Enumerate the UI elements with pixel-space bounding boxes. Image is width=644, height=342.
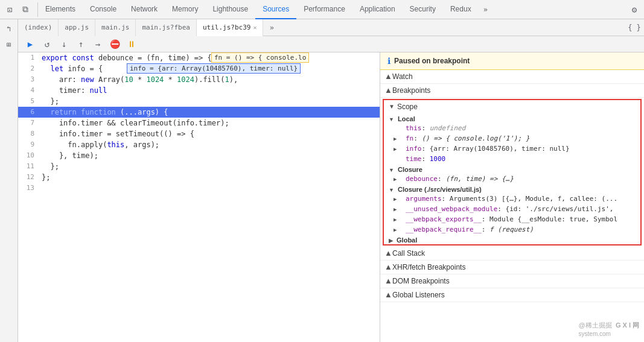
code-line-7: 7 info.timer && clearTimeout(info.timer)… — [18, 118, 380, 128]
tab-network[interactable]: Network — [124, 0, 165, 19]
global-listeners-triangle: ▶ — [384, 293, 391, 297]
tab-security[interactable]: Security — [403, 0, 443, 19]
scope-content: ▼ Local this : undefined ▶ — [384, 113, 640, 244]
scope-arguments[interactable]: ▶ arguments : Arguments(3) [{…}, Module,… — [384, 194, 640, 204]
closure-subheader: ▼ Closure — [384, 164, 640, 174]
tooltip-fn: fn = () => { console.lo — [211, 52, 309, 63]
scope-header[interactable]: ▼ Scope — [384, 100, 640, 113]
pause-on-exception-btn[interactable]: ⏸ — [124, 37, 139, 51]
tab-memory[interactable]: Memory — [165, 0, 205, 19]
watermark: @稀土掘掘 G X I 网system.com — [579, 321, 639, 337]
xhr-breakpoints-header[interactable]: ▶ XHR/fetch Breakpoints — [380, 261, 644, 274]
code-line-5: 5 }; — [18, 96, 380, 107]
left-toolbar-btn1[interactable]: ↰ — [2, 22, 16, 36]
code-line-11: 11 }; — [18, 161, 380, 172]
scope-this: this : undefined — [384, 123, 640, 133]
dom-label: DOM Breakpoints — [392, 277, 450, 285]
left-toolbar: ↰ ⊞ — [0, 19, 18, 342]
breakpoints-label: Breakpoints — [392, 86, 430, 95]
code-line-1: 1 export const debounce = (fn, time) => … — [18, 52, 380, 63]
code-lines: 1 export const debounce = (fn, time) => … — [18, 52, 380, 342]
file-tab-mainjsfbea[interactable]: main.js?fbea — [136, 19, 196, 36]
file-tab-utiljs[interactable]: util.js?bc39 ✕ — [197, 19, 264, 36]
breakpoints-triangle: ▶ — [384, 88, 391, 93]
scope-label: Scope — [397, 103, 418, 111]
step-into-btn[interactable]: ↓ — [57, 37, 71, 51]
code-line-6: 6 return function (...args) { — [18, 107, 380, 118]
dock-icon[interactable]: ⊡ — [2, 2, 17, 17]
settings-icon[interactable]: ⚙ — [627, 2, 642, 17]
more-file-tabs-button[interactable]: » — [263, 19, 280, 36]
undock-icon[interactable]: ⧉ — [18, 2, 33, 17]
closure2-subheader: ▼ Closure (./src/views/util.js) — [384, 184, 640, 194]
code-line-13: 13 — [18, 183, 380, 194]
info-icon: ℹ — [387, 56, 391, 66]
paused-banner: ℹ Paused on breakpoint — [380, 52, 644, 70]
global-listeners-header[interactable]: ▶ Global Listeners — [380, 288, 644, 302]
tab-lighthouse[interactable]: Lighthouse — [205, 0, 255, 19]
file-tab-appjs[interactable]: app.js — [59, 19, 95, 36]
main-content: 1 export const debounce = (fn, time) => … — [18, 52, 644, 342]
local-subheader: ▼ Local — [384, 113, 640, 123]
step-out-btn[interactable]: ↑ — [74, 37, 88, 51]
code-line-8: 8 info.timer = setTimeout(() => { — [18, 128, 380, 139]
tab-performance[interactable]: Performance — [296, 0, 352, 19]
tab-elements[interactable]: Elements — [38, 0, 83, 19]
scope-info[interactable]: ▶ info : {arr: Array(10485760), timer: n… — [384, 144, 640, 154]
code-line-3: 3 arr: new Array(10 * 1024 * 1024).fill(… — [18, 74, 380, 85]
code-line-12: 12 }; — [18, 172, 380, 183]
left-toolbar-btn2[interactable]: ⊞ — [2, 37, 16, 52]
deactivate-btn[interactable]: ⛔ — [107, 37, 122, 51]
scope-fn[interactable]: ▶ fn : () => { console.log('1'); } — [384, 133, 640, 144]
step-btn[interactable]: → — [91, 37, 105, 51]
scope-time: time : 1000 — [384, 154, 640, 164]
code-panel: 1 export const debounce = (fn, time) => … — [18, 52, 380, 342]
file-tabs: (index) app.js main.js main.js?fbea util… — [18, 19, 627, 36]
code-line-10: 10 }, time); — [18, 150, 380, 161]
right-panel: ℹ Paused on breakpoint ▶ Watch ▶ Breakpo… — [380, 52, 644, 342]
dom-breakpoints-header[interactable]: ▶ DOM Breakpoints — [380, 274, 644, 288]
code-line-4: 4 timer: null — [18, 85, 380, 96]
breakpoints-section-header[interactable]: ▶ Breakpoints — [380, 84, 644, 98]
file-tab-mainjs[interactable]: main.js — [95, 19, 136, 36]
watch-triangle: ▶ — [384, 74, 391, 79]
code-line-9: 9 fn.apply(this, args); — [18, 139, 380, 150]
paused-text: Paused on breakpoint — [394, 57, 470, 65]
call-stack-header[interactable]: ▶ Call Stack — [380, 247, 644, 261]
watch-section-header[interactable]: ▶ Watch — [380, 70, 644, 84]
tab-application[interactable]: Application — [352, 0, 403, 19]
resume-btn[interactable]: ▶ — [23, 37, 37, 51]
format-icon[interactable]: { } — [627, 21, 642, 35]
tab-redux[interactable]: Redux — [443, 0, 479, 19]
call-stack-triangle: ▶ — [384, 251, 391, 256]
xhr-label: XHR/fetch Breakpoints — [392, 263, 465, 271]
dom-triangle: ▶ — [384, 279, 391, 283]
global-listeners-label: Global Listeners — [392, 291, 445, 299]
file-toolbar: (index) app.js main.js main.js?fbea util… — [18, 19, 644, 36]
scope-webpack-exports[interactable]: ▶ __webpack_exports__ : Module {__esModu… — [384, 214, 640, 224]
nav-tabs: Elements Console Network Memory Lighthou… — [38, 0, 627, 19]
step-over-btn[interactable]: ↺ — [40, 37, 54, 51]
xhr-triangle: ▶ — [384, 265, 391, 270]
scope-triangle: ▼ — [389, 103, 395, 110]
watch-label: Watch — [392, 72, 413, 81]
close-tab-icon[interactable]: ✕ — [253, 24, 257, 31]
scope-section: ▼ Scope ▼ Local this — [383, 99, 642, 245]
scope-webpack-require[interactable]: ▶ __webpack_require__ : f (request) — [384, 224, 640, 235]
more-tabs-button[interactable]: » — [479, 0, 493, 19]
code-line-2: 2 let info = { info = {arr: Array(104857… — [18, 63, 380, 74]
call-stack-label: Call Stack — [392, 249, 425, 258]
file-tab-index[interactable]: (index) — [18, 19, 59, 36]
tab-console[interactable]: Console — [83, 0, 124, 19]
tab-sources[interactable]: Sources — [255, 0, 296, 19]
scope-unused-webpack[interactable]: ▶ __unused_webpack_module : {id: './src/… — [384, 204, 640, 214]
debug-toolbar: ▶ ↺ ↓ ↑ → ⛔ ⏸ — [18, 36, 644, 52]
nav-toolbar: ⊡ ⧉ Elements Console Network Memory Ligh… — [0, 0, 644, 19]
global-subheader[interactable]: ▶ Global — [384, 235, 640, 244]
scope-debounce[interactable]: ▶ debounce : (fn, time) => {…} — [384, 174, 640, 184]
tooltip-info: info = {arr: Array(10485760), timer: nul… — [127, 63, 301, 74]
